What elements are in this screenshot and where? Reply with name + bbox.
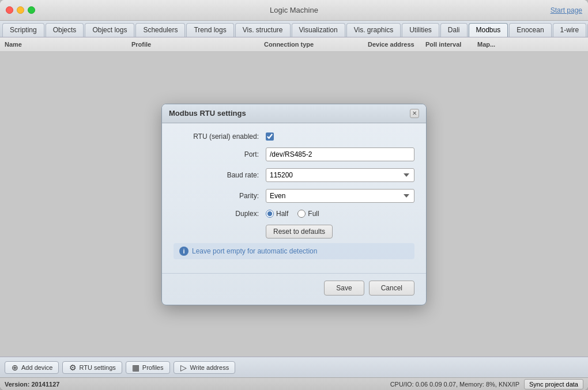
add-device-label: Add device [21,364,52,371]
tab-enocean[interactable]: Enocean [509,23,551,37]
baud-rate-label: Baud rate: [174,171,266,179]
dialog-title: Modbus RTU settings [169,109,246,118]
tab-objects[interactable]: Objects [46,23,84,37]
version-info: Version: 20141127 [5,381,59,388]
tabbar: Scripting Objects Object logs Schedulers… [0,21,588,37]
statusbar: Version: 20141127 CPU/IO: 0.06 0.09 0.07… [0,377,588,390]
maximize-button[interactable] [28,6,35,14]
duplex-full-label: Full [308,210,319,218]
cpu-io-text: CPU/IO: 0.06 0.09 0.07, Memory: 8%, KNX/… [390,381,519,388]
col-name: Name [5,41,131,48]
duplex-half-option[interactable]: Half [266,210,288,218]
dialog-close-button[interactable]: ✕ [410,109,419,118]
duplex-row: Duplex: Half Full [174,210,414,218]
modal-overlay: Modbus RTU settings ✕ RTU (serial) enabl… [0,52,588,357]
col-profile: Profile [131,41,264,48]
write-address-label: Write address [190,364,229,371]
col-map: Map... [477,41,512,48]
baud-rate-wrapper: 9600 19200 38400 57600 115200 [266,168,414,182]
tab-vis-structure[interactable]: Vis. structure [235,23,291,37]
tab-object-logs[interactable]: Object logs [85,23,134,37]
col-dev-addr: Device address [368,41,425,48]
rtu-enabled-checkbox[interactable] [266,132,274,141]
baud-rate-select[interactable]: 9600 19200 38400 57600 115200 [266,168,414,182]
write-address-icon: ▷ [180,364,188,372]
app-window: Logic Machine Start page Scripting Objec… [0,0,588,390]
save-button[interactable]: Save [324,281,364,296]
parity-label: Parity: [174,192,266,200]
profiles-button[interactable]: ▦ Profiles [126,361,170,374]
reset-defaults-button[interactable]: Reset to defaults [266,225,333,238]
tab-scripting[interactable]: Scripting [2,23,44,37]
tab-modbus[interactable]: Modbus [469,23,508,37]
app-title: Logic Machine [270,6,318,14]
rtu-enabled-label: RTU (serial) enabled: [174,132,266,141]
rtu-enabled-row: RTU (serial) enabled: [174,132,414,141]
col-conn-type: Connection type [264,41,368,48]
close-button[interactable] [6,6,13,14]
start-page-link[interactable]: Start page [551,6,582,14]
parity-wrapper: None Even Odd [266,189,414,203]
port-input[interactable] [266,147,414,161]
version-label: Version: [5,381,29,388]
sync-project-data-button[interactable]: Sync project data [524,379,583,389]
tab-dali[interactable]: Dali [440,23,468,37]
bottom-toolbar: ⊕ Add device ⚙ RTU settings ▦ Profiles ▷… [0,357,588,377]
rtu-settings-icon: ⚙ [69,364,77,372]
col-poll: Poll interval [425,41,477,48]
table-content: Modbus RTU settings ✕ RTU (serial) enabl… [0,52,588,357]
parity-select[interactable]: None Even Odd [266,189,414,203]
rtu-settings-label: RTU settings [79,364,115,371]
version-value: 20141127 [31,381,59,388]
content-area: Name Profile Connection type Device addr… [0,37,588,377]
add-device-button[interactable]: ⊕ Add device [5,361,59,374]
duplex-half-radio[interactable] [266,210,274,218]
status-right: CPU/IO: 0.06 0.09 0.07, Memory: 8%, KNX/… [390,379,583,389]
info-text: Leave port empty for automatic detection [192,247,317,255]
traffic-lights [6,6,35,14]
tab-visualization[interactable]: Visualization [292,23,345,37]
write-address-button[interactable]: ▷ Write address [174,361,236,374]
port-row: Port: [174,147,414,161]
dialog-body: RTU (serial) enabled: Port: Baud rate: [162,123,426,273]
duplex-full-radio[interactable] [297,210,306,218]
tab-1wire[interactable]: 1-wire [553,23,587,37]
duplex-half-label: Half [276,210,288,218]
port-label: Port: [174,150,266,158]
cancel-button[interactable]: Cancel [369,281,414,296]
titlebar: Logic Machine Start page [0,0,588,21]
add-device-icon: ⊕ [11,364,19,372]
dialog-titlebar: Modbus RTU settings ✕ [162,104,426,123]
reset-row: Reset to defaults [174,225,414,238]
parity-row: Parity: None Even Odd [174,189,414,203]
info-row: i Leave port empty for automatic detecti… [174,243,414,259]
tab-schedulers[interactable]: Schedulers [135,23,185,37]
baud-rate-row: Baud rate: 9600 19200 38400 57600 115200 [174,168,414,182]
tab-vis-graphics[interactable]: Vis. graphics [346,23,401,37]
rtu-settings-button[interactable]: ⚙ RTU settings [62,361,122,374]
tab-utilities[interactable]: Utilities [402,23,439,37]
duplex-label: Duplex: [174,210,266,218]
duplex-radio-group: Half Full [266,210,414,218]
dialog-footer: Save Cancel [162,273,426,305]
profiles-icon: ▦ [132,364,140,372]
profiles-label: Profiles [142,364,164,371]
modbus-rtu-dialog: Modbus RTU settings ✕ RTU (serial) enabl… [161,104,427,305]
info-icon: i [179,247,189,256]
duplex-full-option[interactable]: Full [297,210,319,218]
minimize-button[interactable] [17,6,24,14]
tab-trend-logs[interactable]: Trend logs [186,23,233,37]
table-header: Name Profile Connection type Device addr… [0,37,588,52]
